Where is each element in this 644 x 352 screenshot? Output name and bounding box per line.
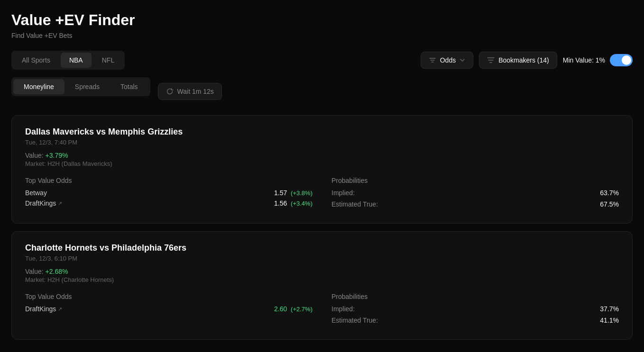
prob-row-implied-2: Implied: 37.7% [331, 305, 619, 313]
prob-row-est-true-2: Estimated True: 41.1% [331, 316, 619, 324]
bet-card-2-odds: Top Value Odds DraftKings ↗ 2.60 (+2.7%) [25, 293, 313, 328]
draftkings-odds-2: 2.60 (+2.7%) [274, 305, 313, 313]
est-true-value-2: 41.1% [600, 316, 619, 324]
odds-row-draftkings-2: DraftKings ↗ 2.60 (+2.7%) [25, 305, 313, 313]
external-link-icon: ↗ [58, 200, 62, 207]
betway-odds: 1.57 (+3.8%) [274, 189, 313, 197]
odds-row-betway: Betway 1.57 (+3.8%) [25, 189, 313, 197]
second-row: Moneyline Spreads Totals Wait 1m 12s [11, 77, 633, 106]
sport-tab-all-sports[interactable]: All Sports [13, 53, 59, 68]
wait-button[interactable]: Wait 1m 12s [158, 83, 222, 100]
odds-dropdown-button[interactable]: Odds [421, 52, 473, 69]
top-controls: All Sports NBA NFL Odds Bookmakers (14) … [11, 51, 633, 70]
implied-value-2: 37.7% [600, 305, 619, 313]
bookmaker-draftkings-1[interactable]: DraftKings ↗ [25, 199, 62, 207]
bet-card-1-date: Tue, 12/3, 7:40 PM [25, 139, 619, 146]
est-true-label-2: Estimated True: [331, 316, 378, 324]
odds-icon [429, 56, 436, 64]
min-value-control: Min Value: 1% [563, 54, 633, 66]
bet-card-2-date: Tue, 12/3, 6:10 PM [25, 255, 619, 262]
sport-tabs: All Sports NBA NFL [11, 51, 125, 70]
bet-card-1-odds: Top Value Odds Betway 1.57 (+3.8%) Draft… [25, 177, 313, 212]
odds-title-2: Top Value Odds [25, 293, 313, 300]
page-title: Value +EV Finder [11, 11, 633, 29]
bookmaker-betway: Betway [25, 189, 47, 197]
implied-value-1: 63.7% [600, 189, 619, 197]
filter-icon [487, 56, 495, 64]
bets-list: Dallas Mavericks vs Memphis Grizzlies Tu… [11, 115, 633, 340]
bet-card-2-title: Charlotte Hornets vs Philadelphia 76ers [25, 243, 619, 253]
sport-tab-nba[interactable]: NBA [61, 53, 92, 68]
market-tabs: Moneyline Spreads Totals [11, 77, 150, 96]
min-value-label: Min Value: 1% [563, 56, 605, 64]
bet-card-1: Dallas Mavericks vs Memphis Grizzlies Tu… [11, 115, 633, 224]
bet-card-1-details: Top Value Odds Betway 1.57 (+3.8%) Draft… [25, 177, 619, 212]
bet-card-2: Charlotte Hornets vs Philadelphia 76ers … [11, 231, 633, 340]
bet-card-2-value-label: Value: [25, 268, 44, 275]
bookmakers-button[interactable]: Bookmakers (14) [479, 52, 557, 69]
bet-card-2-probs: Probabilities Implied: 37.7% Estimated T… [331, 293, 619, 328]
bookmakers-label: Bookmakers (14) [498, 56, 549, 64]
sport-tab-nfl[interactable]: NFL [93, 53, 123, 68]
bet-card-1-title: Dallas Mavericks vs Memphis Grizzlies [25, 127, 619, 137]
market-tab-spreads[interactable]: Spreads [64, 79, 110, 94]
bet-card-1-value-amount: +3.79% [46, 152, 68, 159]
bet-card-2-details: Top Value Odds DraftKings ↗ 2.60 (+2.7%)… [25, 293, 619, 328]
page-subtitle: Find Value +EV Bets [11, 32, 633, 39]
bet-card-1-value-label: Value: [25, 152, 44, 159]
min-value-toggle[interactable] [610, 54, 633, 66]
bookmaker-draftkings-2[interactable]: DraftKings ↗ [25, 305, 62, 313]
implied-label-2: Implied: [331, 305, 355, 313]
market-tab-totals[interactable]: Totals [110, 79, 148, 94]
external-link-icon-2: ↗ [58, 306, 62, 312]
bet-card-2-market: Market: H2H (Charlotte Hornets) [25, 276, 619, 283]
est-true-value-1: 67.5% [600, 200, 619, 208]
bet-card-1-probs: Probabilities Implied: 63.7% Estimated T… [331, 177, 619, 212]
probs-title-1: Probabilities [331, 177, 619, 184]
toggle-thumb [622, 55, 631, 65]
odds-row-draftkings: DraftKings ↗ 1.56 (+3.4%) [25, 199, 313, 207]
est-true-label-1: Estimated True: [331, 200, 378, 208]
implied-label-1: Implied: [331, 189, 355, 197]
bet-card-2-value-amount: +2.68% [46, 268, 68, 275]
prob-row-est-true-1: Estimated True: 67.5% [331, 200, 619, 208]
prob-row-implied-1: Implied: 63.7% [331, 189, 619, 197]
bet-card-1-market: Market: H2H (Dallas Mavericks) [25, 160, 619, 167]
chevron-down-icon [460, 57, 465, 63]
wait-label: Wait 1m 12s [177, 88, 214, 95]
refresh-icon [166, 88, 174, 95]
odds-label: Odds [440, 56, 456, 64]
bet-card-1-value: Value: +3.79% [25, 152, 619, 159]
probs-title-2: Probabilities [331, 293, 619, 300]
odds-title-1: Top Value Odds [25, 177, 313, 184]
bet-card-2-value: Value: +2.68% [25, 268, 619, 275]
market-tab-moneyline[interactable]: Moneyline [13, 79, 64, 94]
draftkings-odds-1: 1.56 (+3.4%) [274, 199, 313, 207]
